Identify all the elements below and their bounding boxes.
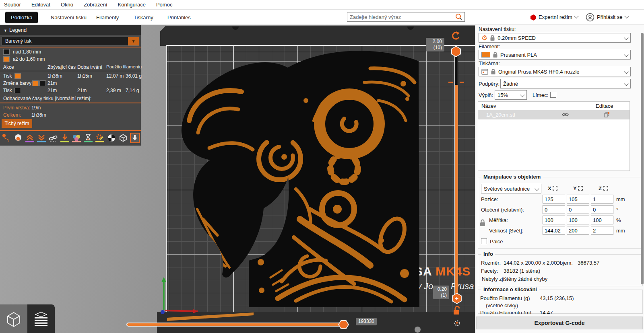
- size-info-label: Rozměr:: [481, 260, 501, 266]
- legend-header[interactable]: ▼ Legend: [0, 25, 141, 35]
- print-settings-combo[interactable]: ⚙ 0.20mm SPEED: [479, 33, 631, 43]
- shells-icon[interactable]: [107, 133, 116, 143]
- tab-podlozka[interactable]: Podložka: [5, 12, 38, 23]
- move-slider-track[interactable]: [126, 323, 349, 327]
- unit-label: %: [616, 217, 621, 223]
- scale-z-field[interactable]: [591, 216, 613, 224]
- search-box[interactable]: [347, 12, 465, 22]
- printer-combo[interactable]: Original Prusa MK4S HF0.4 nozzle: [479, 67, 631, 76]
- size-y-field[interactable]: [567, 226, 589, 235]
- scale-lock-icon[interactable]: [479, 219, 486, 227]
- facets-label: Facety:: [481, 268, 498, 274]
- legend-view-select[interactable]: Barevný tisk ▼: [2, 37, 139, 46]
- tab-tiskarny[interactable]: Tiskárny: [128, 12, 159, 23]
- brim-checkbox[interactable]: [550, 92, 556, 98]
- axis-z-header: Z: [599, 185, 602, 191]
- menu-konfigurace[interactable]: Konfigurace: [118, 2, 146, 8]
- layer-slider-track[interactable]: [454, 56, 458, 299]
- row-akce: Změna barvy: [3, 80, 31, 86]
- info-title: Info: [481, 251, 495, 257]
- first-layer-value: 19m: [31, 105, 41, 111]
- user-avatar-icon[interactable]: [586, 13, 594, 22]
- pos-x-field[interactable]: [543, 195, 565, 204]
- eye-visibility-icon[interactable]: [562, 112, 569, 117]
- scale-x-field[interactable]: [543, 216, 565, 224]
- search-input[interactable]: [347, 14, 455, 20]
- expert-mode-icon: [530, 14, 536, 21]
- reset-rotation-icon[interactable]: [451, 31, 461, 40]
- menu-editovat[interactable]: Editovat: [31, 2, 50, 8]
- mode-selector[interactable]: Expertní režim: [539, 14, 578, 20]
- row-val: 7,14 g: [126, 88, 139, 93]
- chevron-down-icon: [535, 186, 539, 191]
- editor-view-button[interactable]: [0, 304, 27, 333]
- seams-icon[interactable]: [37, 133, 46, 143]
- menu-okno[interactable]: Okno: [61, 2, 73, 8]
- bed-signature-text: y Jo: [417, 281, 433, 292]
- travels-icon[interactable]: [130, 133, 140, 143]
- tab-printables[interactable]: Printables: [162, 12, 196, 23]
- tab-filamenty[interactable]: Filamenty: [91, 12, 124, 23]
- size-z-field[interactable]: [591, 226, 613, 235]
- row-akce: Tisk: [3, 88, 12, 93]
- total-value: 1h36m: [31, 112, 46, 118]
- lock-icon: [490, 35, 495, 41]
- coords-combo[interactable]: Světové souřadnice: [481, 184, 541, 193]
- size-x-field[interactable]: [543, 226, 565, 235]
- cube-3d-icon: [4, 310, 23, 328]
- retractions-icon[interactable]: [13, 133, 23, 143]
- pos-y-field[interactable]: [567, 195, 589, 204]
- stealth-mode-button[interactable]: Tichý režim: [2, 119, 32, 128]
- tool-order-icon[interactable]: [2, 133, 11, 143]
- supports-label: Podpěry:: [479, 81, 500, 87]
- unlock-icon[interactable]: [452, 305, 462, 316]
- menu-pomoc[interactable]: Pomoc: [156, 2, 172, 8]
- menu-bar: Soubor Editovat Okno Zobrazení Konfigura…: [0, 0, 644, 10]
- row-val: 21m: [47, 88, 57, 93]
- custom-gcodes-icon[interactable]: [95, 133, 105, 143]
- color-print-icon[interactable]: [72, 133, 81, 143]
- unit-label: mm: [616, 228, 625, 234]
- infill-combo[interactable]: 15%: [495, 90, 527, 100]
- rot-x-field[interactable]: [543, 205, 565, 214]
- rot-y-field[interactable]: [567, 205, 589, 214]
- object-list[interactable]: Název Editace 1A_20cm.stl: [478, 101, 630, 171]
- object-edit-header: Editace: [596, 103, 613, 109]
- col-pouzito: Použito filamentu: [106, 64, 142, 69]
- scale-y-field[interactable]: [567, 216, 589, 224]
- inches-checkbox[interactable]: [481, 238, 487, 244]
- wipe-icon[interactable]: [48, 133, 58, 143]
- edit-object-icon[interactable]: [604, 112, 610, 118]
- unit-label: mm: [616, 196, 625, 202]
- filament-color-swatch: [481, 52, 490, 58]
- col-doba: Doba trvání: [77, 64, 102, 70]
- gear-icon: ⚙: [481, 35, 487, 41]
- collapse-toolbar-dot[interactable]: [415, 327, 421, 333]
- rot-z-field[interactable]: [591, 205, 613, 214]
- slider-settings-gear-icon[interactable]: [452, 319, 462, 328]
- errors-value: Nebyly zjištěny žádné chyby: [482, 276, 547, 282]
- color-changes-icon[interactable]: [60, 133, 70, 143]
- toolmarks-icon[interactable]: [118, 133, 128, 143]
- menu-zobrazeni[interactable]: Zobrazení: [84, 2, 107, 8]
- tab-bar: Podložka Nastavení tisku Filamenty Tiská…: [0, 10, 644, 25]
- tab-nastaveni-tisku[interactable]: Nastavení tisku: [45, 12, 92, 23]
- height-range-label: až do 1,60 mm: [13, 56, 45, 62]
- supports-combo[interactable]: Žádné: [500, 79, 631, 88]
- color-change-tick: [460, 82, 464, 83]
- row-val: 1h15m: [77, 73, 92, 79]
- row-val: 12,07 m: [106, 73, 124, 79]
- filament-combo[interactable]: Prusament PLA: [479, 50, 631, 60]
- pos-z-field[interactable]: [591, 195, 613, 204]
- deretractions-icon[interactable]: [25, 133, 35, 143]
- login-button[interactable]: Přihlásit se: [597, 14, 628, 20]
- menu-soubor[interactable]: Soubor: [4, 2, 21, 8]
- chevron-down-icon: [624, 35, 628, 40]
- panel-scrollbar[interactable]: [641, 33, 644, 284]
- object-row[interactable]: 1A_20cm.stl: [478, 110, 630, 119]
- pause-prints-icon[interactable]: [83, 133, 93, 143]
- total-label: Celkem:: [3, 112, 21, 118]
- export-gcode-button[interactable]: Exportovat G-code: [476, 317, 643, 329]
- search-icon[interactable]: [455, 13, 463, 21]
- preview-view-button[interactable]: [27, 304, 55, 333]
